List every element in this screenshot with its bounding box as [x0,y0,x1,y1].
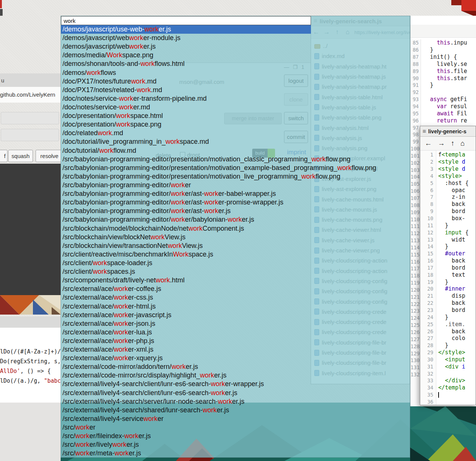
line-number: 119 [411,280,421,286]
search-result-item[interactable]: /src/external/lively4-search/client/lunr… [61,389,410,397]
form-field[interactable] [1,112,59,124]
forward-icon[interactable]: → [438,139,445,148]
squash-button[interactable]: squash [8,150,33,162]
front-editor-lines[interactable]: 1f<templa2<style d3<style d4<style>5 :ho… [420,151,476,405]
code-line: 20 #inner [420,285,476,292]
code-line: 89 this.file [411,67,476,75]
line-number: 16 [420,258,436,264]
search-result-item[interactable]: /src/blockchain/view/blockNetworkView.js [61,233,410,242]
search-result-item[interactable]: /src/external/ace/worker-javascript.js [61,311,410,319]
clipped-code-line: lDo(/(#[A-Za-z]+)/ [0,348,61,355]
line-number: 6 [420,187,436,193]
search-result-item[interactable]: /doc/presentation/workspace.html [61,112,410,120]
up-icon[interactable]: ↑ [451,139,455,148]
line-number: 113 [411,237,421,243]
search-result-item[interactable]: /src/blockchain/model/blockchainNode/net… [61,224,410,233]
line-number: 112 [411,230,421,236]
search-result-item[interactable]: /src/external/lively4-search/shared/lunr… [61,406,410,415]
line-number: 8 [420,201,436,207]
search-result-item[interactable]: /src/babylonian-programming-editor/worke… [61,215,410,224]
search-result-item[interactable]: /demos/javascript/use-web-worker.js [61,25,311,34]
code-line: 34</templa [420,384,476,391]
search-result-item[interactable]: /src/worker/fileindex-worker.js [61,432,410,440]
line-number: 107 [411,195,421,201]
search-result-item[interactable]: /src/client/reactive/misc/benchmarkInWor… [61,250,410,259]
line-number: 132 [411,371,421,377]
line-number: 19 [420,279,436,285]
code-line: 5 :host { [420,179,476,186]
resolve-button[interactable]: resolve [36,150,61,162]
search-result-item[interactable]: /src/babylonian-programming-editor/worke… [61,207,410,215]
search-result-item[interactable]: /src/worker [61,423,410,432]
search-result-item[interactable]: /doc/tutorial/live_programming_in_worksp… [61,137,410,146]
search-result-item[interactable]: /src/external/ace/worker-coffee.js [61,285,410,293]
search-result-item[interactable]: /src/babylonian-programming-editor/worke… [61,189,410,198]
search-result-item[interactable]: /src/external/ace/worker-php.js [61,337,410,345]
search-result-item[interactable]: /doc/relatedwork.md [61,129,410,137]
code-line: 33 </div> [420,377,476,384]
search-result-item[interactable]: /src/worker/livelyworker.js [61,440,410,449]
line-number: 28 [420,342,436,348]
code-line: 36 [420,398,476,405]
search-result-item[interactable]: /src/babylonian-programming-editor/prese… [61,155,410,164]
line-number: 104 [411,174,421,180]
search-result-item[interactable]: /src/external/code-mirror/addon/tern/wor… [61,363,410,371]
line-number: 115 [411,252,421,258]
code-line: 1f<templa [420,151,476,158]
line-number: 117 [411,266,421,272]
code-line: 85 this.inpu [411,39,476,46]
search-result-item[interactable]: /src/external/lively4-search/server/lunr… [61,397,410,406]
search-result-item[interactable]: /demos/shonan/tools-and-workflows.html [61,60,410,68]
menu-icon[interactable]: ≡ [420,128,428,135]
search-result-item[interactable]: /doc/PX17/notes/futurework.md [61,77,410,86]
line-number: 118 [411,273,421,279]
form-field[interactable] [1,129,59,141]
search-result-item[interactable]: /src/babylonian-programming-editor/prese… [61,172,410,181]
search-result-item[interactable]: /doc/notes/service-worker.md [61,103,410,112]
search-result-item[interactable]: /demos/javascript/webworker.js [61,42,410,51]
search-result-item[interactable]: /src/babylonian-programming-editor/worke… [61,181,410,189]
line-number: 25 [420,321,436,327]
search-result-item[interactable]: /src/external/lively4-serviceworker [61,415,410,423]
repo-url-text: github.com/LivelyKern [0,91,55,98]
code-line: 15 #outer [420,250,476,257]
search-result-item[interactable]: /doc/tutorial/workflow.md [61,146,410,155]
search-result-item[interactable]: /src/components/draft/lively-network.htm… [61,276,410,285]
clipped-button[interactable]: f [0,150,7,162]
search-result-item[interactable]: /doc/notes/service-worker-transform-pipe… [61,94,410,103]
code-line: 35 [420,391,476,398]
search-input[interactable] [61,16,311,25]
search-result-item[interactable]: /demos/media/Workspace.png [61,51,410,60]
line-number: 92 [411,89,421,95]
search-result-item[interactable]: /src/external/ace/worker-xquery.js [61,354,410,363]
home-icon[interactable]: ⌂ [461,139,465,148]
code-line: 7 z-in [420,194,476,201]
search-result-item[interactable]: /src/external/ace/worker-lua.js [61,328,410,337]
search-result-item[interactable]: /src/client/workspaces.js [61,267,410,276]
search-result-item[interactable]: /doc/PX17/notes/related-work.md [61,86,410,94]
line-number: 124 [411,315,421,321]
search-result-item[interactable]: /src/babylonian-programming-editor/prese… [61,164,410,172]
search-result-item[interactable]: /src/client/workspace-loader.js [61,259,410,267]
front-title-bar[interactable]: ≡ lively-generic-s [420,126,476,137]
code-line: 9 bord [420,208,476,215]
line-number: 5 [420,180,436,186]
code-line: 28 } [420,342,476,349]
search-result-item[interactable]: /src/external/ace/worker-json.js [61,319,410,328]
line-number: 13 [420,237,436,243]
search-result-item[interactable]: /doc/presentation/workspace.png [61,120,410,129]
search-result-item[interactable]: /src/external/code-mirror/src/display/hi… [61,371,410,380]
search-result-item[interactable]: /src/babylonian-programming-editor/worke… [61,198,410,207]
search-result-item[interactable]: /src/worker/meta-worker.js [61,449,410,457]
line-number: 90 [411,75,421,81]
search-result-item[interactable]: /src/external/lively4-search/client/lunr… [61,380,410,388]
left-panel: u github.com/LivelyKern f squash resolve… [0,0,61,461]
search-result-item[interactable]: /demos/javascript/webworker-module.js [61,34,410,42]
search-result-item[interactable]: /src/external/ace/worker-css.js [61,293,410,302]
search-result-item[interactable]: /src/external/ace/worker-xml.js [61,345,410,354]
search-result-item[interactable]: /src/blockchain/view/transactionNetworkV… [61,242,410,250]
code-line: 27 colo [420,335,476,342]
search-result-item[interactable]: /src/external/ace/worker-html.js [61,302,410,311]
back-icon[interactable]: ← [425,139,432,148]
search-result-item[interactable]: /demos/workflows [61,69,410,77]
